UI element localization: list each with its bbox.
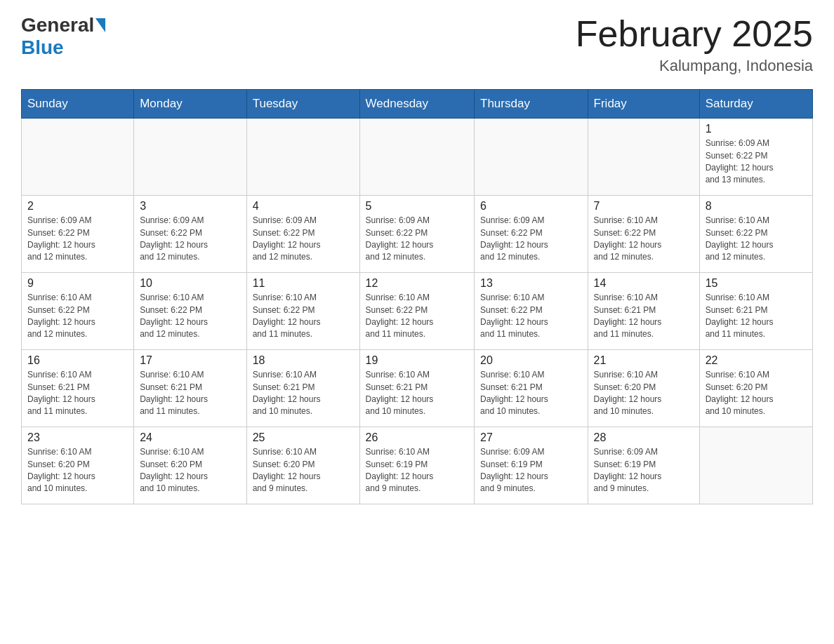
day-info: Sunrise: 6:10 AM Sunset: 6:19 PM Dayligh… [366, 446, 468, 495]
day-cell: 8Sunrise: 6:10 AM Sunset: 6:22 PM Daylig… [699, 196, 812, 273]
header-thursday: Thursday [475, 90, 588, 119]
day-info: Sunrise: 6:10 AM Sunset: 6:22 PM Dayligh… [27, 292, 128, 341]
day-cell: 18Sunrise: 6:10 AM Sunset: 6:21 PM Dayli… [246, 350, 359, 427]
header-saturday: Saturday [699, 90, 812, 119]
day-number: 23 [27, 431, 128, 444]
logo-triangle-icon [95, 18, 105, 32]
month-title: February 2025 [576, 14, 813, 54]
day-info: Sunrise: 6:10 AM Sunset: 6:20 PM Dayligh… [706, 369, 807, 418]
day-info: Sunrise: 6:10 AM Sunset: 6:21 PM Dayligh… [480, 369, 582, 418]
day-info: Sunrise: 6:09 AM Sunset: 6:22 PM Dayligh… [366, 215, 468, 264]
logo-general-text: General [21, 14, 94, 36]
day-cell: 19Sunrise: 6:10 AM Sunset: 6:21 PM Dayli… [359, 350, 474, 427]
day-cell: 15Sunrise: 6:10 AM Sunset: 6:21 PM Dayli… [699, 273, 812, 350]
day-cell: 11Sunrise: 6:10 AM Sunset: 6:22 PM Dayli… [246, 273, 359, 350]
day-number: 15 [706, 277, 807, 290]
day-info: Sunrise: 6:10 AM Sunset: 6:22 PM Dayligh… [366, 292, 468, 341]
day-cell [134, 119, 246, 196]
day-number: 12 [366, 277, 468, 290]
week-row-1: 2Sunrise: 6:09 AM Sunset: 6:22 PM Daylig… [22, 196, 813, 273]
day-number: 11 [253, 277, 354, 290]
header-tuesday: Tuesday [246, 90, 359, 119]
day-cell: 16Sunrise: 6:10 AM Sunset: 6:21 PM Dayli… [22, 350, 134, 427]
title-section: February 2025 Kalumpang, Indonesia [576, 14, 813, 75]
day-info: Sunrise: 6:10 AM Sunset: 6:22 PM Dayligh… [140, 292, 240, 341]
day-cell [246, 119, 359, 196]
day-cell: 21Sunrise: 6:10 AM Sunset: 6:20 PM Dayli… [588, 350, 699, 427]
day-number: 1 [706, 123, 807, 135]
header-sunday: Sunday [22, 90, 134, 119]
day-number: 2 [27, 200, 128, 213]
day-info: Sunrise: 6:10 AM Sunset: 6:21 PM Dayligh… [253, 369, 354, 418]
day-number: 28 [594, 431, 694, 444]
header-monday: Monday [134, 90, 246, 119]
week-row-0: 1Sunrise: 6:09 AM Sunset: 6:22 PM Daylig… [22, 119, 813, 196]
day-cell [22, 119, 134, 196]
day-info: Sunrise: 6:10 AM Sunset: 6:21 PM Dayligh… [140, 369, 240, 418]
day-number: 10 [140, 277, 240, 290]
day-number: 16 [27, 354, 128, 367]
day-info: Sunrise: 6:09 AM Sunset: 6:22 PM Dayligh… [27, 215, 128, 264]
day-info: Sunrise: 6:10 AM Sunset: 6:22 PM Dayligh… [253, 292, 354, 341]
day-number: 24 [140, 431, 240, 444]
day-number: 25 [253, 431, 354, 444]
day-number: 3 [140, 200, 240, 213]
day-info: Sunrise: 6:09 AM Sunset: 6:19 PM Dayligh… [594, 446, 694, 495]
day-cell: 6Sunrise: 6:09 AM Sunset: 6:22 PM Daylig… [475, 196, 588, 273]
day-number: 17 [140, 354, 240, 367]
day-info: Sunrise: 6:10 AM Sunset: 6:20 PM Dayligh… [594, 369, 694, 418]
day-cell: 25Sunrise: 6:10 AM Sunset: 6:20 PM Dayli… [246, 427, 359, 504]
logo-blue-text: Blue [21, 36, 64, 58]
day-cell: 22Sunrise: 6:10 AM Sunset: 6:20 PM Dayli… [699, 350, 812, 427]
day-cell: 4Sunrise: 6:09 AM Sunset: 6:22 PM Daylig… [246, 196, 359, 273]
day-info: Sunrise: 6:09 AM Sunset: 6:22 PM Dayligh… [706, 137, 807, 187]
week-row-2: 9Sunrise: 6:10 AM Sunset: 6:22 PM Daylig… [22, 273, 813, 350]
day-number: 4 [253, 200, 354, 213]
day-info: Sunrise: 6:09 AM Sunset: 6:22 PM Dayligh… [480, 215, 582, 264]
day-number: 14 [594, 277, 694, 290]
day-cell: 23Sunrise: 6:10 AM Sunset: 6:20 PM Dayli… [22, 427, 134, 504]
calendar-header-row: Sunday Monday Tuesday Wednesday Thursday… [22, 90, 813, 119]
day-info: Sunrise: 6:10 AM Sunset: 6:20 PM Dayligh… [253, 446, 354, 495]
day-number: 21 [594, 354, 694, 367]
day-cell [699, 427, 812, 504]
day-info: Sunrise: 6:10 AM Sunset: 6:21 PM Dayligh… [706, 292, 807, 341]
day-number: 9 [27, 277, 128, 290]
day-info: Sunrise: 6:10 AM Sunset: 6:22 PM Dayligh… [594, 215, 694, 264]
day-info: Sunrise: 6:10 AM Sunset: 6:20 PM Dayligh… [27, 446, 128, 495]
day-cell: 10Sunrise: 6:10 AM Sunset: 6:22 PM Dayli… [134, 273, 246, 350]
day-cell: 3Sunrise: 6:09 AM Sunset: 6:22 PM Daylig… [134, 196, 246, 273]
day-info: Sunrise: 6:09 AM Sunset: 6:19 PM Dayligh… [480, 446, 582, 495]
week-row-3: 16Sunrise: 6:10 AM Sunset: 6:21 PM Dayli… [22, 350, 813, 427]
day-cell: 17Sunrise: 6:10 AM Sunset: 6:21 PM Dayli… [134, 350, 246, 427]
day-cell: 5Sunrise: 6:09 AM Sunset: 6:22 PM Daylig… [359, 196, 474, 273]
day-cell: 24Sunrise: 6:10 AM Sunset: 6:20 PM Dayli… [134, 427, 246, 504]
day-number: 6 [480, 200, 582, 213]
page-header: General Blue February 2025 Kalumpang, In… [21, 14, 813, 75]
day-number: 26 [366, 431, 468, 444]
day-number: 8 [706, 200, 807, 213]
day-cell [588, 119, 699, 196]
day-cell: 1Sunrise: 6:09 AM Sunset: 6:22 PM Daylig… [699, 119, 812, 196]
week-row-4: 23Sunrise: 6:10 AM Sunset: 6:20 PM Dayli… [22, 427, 813, 504]
day-cell: 13Sunrise: 6:10 AM Sunset: 6:22 PM Dayli… [475, 273, 588, 350]
day-info: Sunrise: 6:10 AM Sunset: 6:21 PM Dayligh… [594, 292, 694, 341]
calendar-table: Sunday Monday Tuesday Wednesday Thursday… [21, 89, 813, 504]
logo: General Blue [21, 14, 107, 59]
header-friday: Friday [588, 90, 699, 119]
day-cell: 28Sunrise: 6:09 AM Sunset: 6:19 PM Dayli… [588, 427, 699, 504]
day-info: Sunrise: 6:10 AM Sunset: 6:20 PM Dayligh… [140, 446, 240, 495]
header-wednesday: Wednesday [359, 90, 474, 119]
day-number: 22 [706, 354, 807, 367]
day-cell [475, 119, 588, 196]
day-info: Sunrise: 6:09 AM Sunset: 6:22 PM Dayligh… [253, 215, 354, 264]
day-info: Sunrise: 6:10 AM Sunset: 6:22 PM Dayligh… [706, 215, 807, 264]
day-number: 7 [594, 200, 694, 213]
day-info: Sunrise: 6:10 AM Sunset: 6:21 PM Dayligh… [27, 369, 128, 418]
day-cell [359, 119, 474, 196]
day-cell: 26Sunrise: 6:10 AM Sunset: 6:19 PM Dayli… [359, 427, 474, 504]
day-number: 18 [253, 354, 354, 367]
day-cell: 14Sunrise: 6:10 AM Sunset: 6:21 PM Dayli… [588, 273, 699, 350]
day-cell: 7Sunrise: 6:10 AM Sunset: 6:22 PM Daylig… [588, 196, 699, 273]
day-info: Sunrise: 6:10 AM Sunset: 6:22 PM Dayligh… [480, 292, 582, 341]
